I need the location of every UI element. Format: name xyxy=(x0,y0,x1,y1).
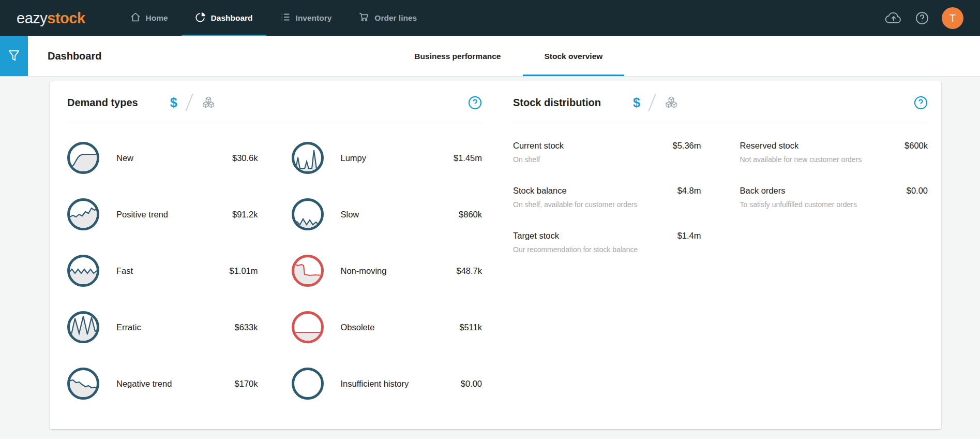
demand-label: Erratic xyxy=(116,323,141,332)
stat-label: Current stock xyxy=(513,141,564,151)
stat-value: $5.36m xyxy=(672,141,701,151)
demand-label: Positive trend xyxy=(116,210,168,220)
nav-item-label: Order lines xyxy=(374,13,417,23)
quantity-cubes-icon[interactable] xyxy=(201,96,216,109)
stock-distribution-title: Stock distribution xyxy=(513,97,601,109)
stat-value: $1.4m xyxy=(677,231,701,241)
demand-row-lumpy: Lumpy $1.45m xyxy=(292,142,483,174)
brand-logo-light: eazy xyxy=(17,10,47,27)
pie-chart-icon xyxy=(195,11,206,25)
nav-item-order-lines[interactable]: Order lines xyxy=(345,0,430,36)
demand-row-positive-trend: Positive trend $91.2k xyxy=(67,198,258,230)
list-icon xyxy=(280,11,291,25)
nav-item-label: Inventory xyxy=(296,13,332,23)
stat-label: Back orders xyxy=(740,186,786,196)
slow-demand-icon xyxy=(292,198,324,230)
demand-value: $633k xyxy=(235,323,258,332)
non-moving-demand-icon xyxy=(292,255,324,287)
demand-types-header: Demand types $ xyxy=(67,81,482,124)
unit-toggle: $ xyxy=(170,93,216,112)
stat-label: Stock balance xyxy=(513,186,567,196)
dollar-unit-icon[interactable]: $ xyxy=(633,95,640,110)
avatar[interactable]: T xyxy=(942,7,963,29)
top-navigation: eazystock Home Dashboard Inventory Order… xyxy=(0,0,980,36)
help-icon-demand-types[interactable] xyxy=(468,96,482,110)
demand-label: Lumpy xyxy=(341,153,367,163)
demand-label: Non-moving xyxy=(341,266,387,276)
stock-stats-list: Current stock $5.36m On shelf Reserved s… xyxy=(513,141,928,254)
stat-target-stock: Target stock $1.4m Our recommendation fo… xyxy=(513,231,701,254)
demand-row-new: New $30.6k xyxy=(67,142,258,174)
stat-stock-balance: Stock balance $4.8m On shelf, available … xyxy=(513,186,701,209)
demand-value: $30.6k xyxy=(232,153,258,163)
demand-label: Obsolete xyxy=(341,323,375,332)
brand-logo[interactable]: eazystock xyxy=(17,0,85,36)
demand-row-obsolete: Obsolete $511k xyxy=(292,311,483,343)
demand-row-fast: Fast $1.01m xyxy=(67,255,258,287)
nav-item-inventory[interactable]: Inventory xyxy=(266,0,345,36)
demand-value: $1.01m xyxy=(229,266,258,276)
home-icon xyxy=(130,11,141,25)
page-header: Dashboard Business performance Stock ove… xyxy=(0,36,980,77)
toggle-slash-divider xyxy=(185,94,193,111)
cloud-upload-icon[interactable] xyxy=(885,11,902,25)
demand-label: New xyxy=(116,153,133,163)
stock-distribution-header: Stock distribution $ xyxy=(513,81,928,124)
demand-value: $511k xyxy=(459,323,482,332)
help-icon-stock-distribution[interactable] xyxy=(914,96,928,110)
demand-row-erratic: Erratic $633k xyxy=(67,311,258,343)
stat-description: Our recommendation for stock balance xyxy=(513,245,701,254)
quantity-cubes-icon[interactable] xyxy=(664,96,679,109)
toggle-slash-divider xyxy=(648,94,656,111)
lumpy-demand-icon xyxy=(292,142,324,174)
stat-value: $4.8m xyxy=(677,186,701,196)
demand-types-list: New $30.6k Lumpy $1.45m Positive trend $… xyxy=(67,142,482,400)
stock-distribution-section: Stock distribution $ Current xyxy=(513,81,928,429)
nav-item-home[interactable]: Home xyxy=(116,0,182,36)
tab-stock-overview[interactable]: Stock overview xyxy=(522,36,624,76)
dashboard-card: Demand types $ xyxy=(50,81,941,429)
dollar-unit-icon[interactable]: $ xyxy=(170,95,177,110)
fast-demand-icon xyxy=(67,255,99,287)
demand-value: $48.7k xyxy=(456,266,482,276)
demand-label: Slow xyxy=(341,210,359,220)
topnav-right: T xyxy=(885,0,980,36)
nav-item-label: Home xyxy=(146,13,168,23)
unit-toggle: $ xyxy=(633,93,679,112)
demand-label: Negative trend xyxy=(116,379,172,389)
erratic-demand-icon xyxy=(67,311,99,343)
nav-item-dashboard[interactable]: Dashboard xyxy=(182,0,266,36)
stat-description: Not available for new customer orders xyxy=(740,155,928,164)
brand-logo-bold: stock xyxy=(47,10,85,27)
funnel-icon xyxy=(7,49,21,64)
stat-reserved-stock: Reserved stock $600k Not available for n… xyxy=(740,141,928,164)
nav-item-label: Dashboard xyxy=(211,13,253,23)
negative-trend-demand-icon xyxy=(67,368,99,400)
help-icon-topnav[interactable] xyxy=(915,11,929,25)
stat-label: Target stock xyxy=(513,231,559,241)
demand-value: $91.2k xyxy=(232,210,258,220)
demand-label: Insufficient history xyxy=(341,379,409,389)
stat-back-orders: Back orders $0.00 To satisfy unfulfilled… xyxy=(740,186,928,209)
page-title: Dashboard xyxy=(48,36,101,76)
tab-business-performance[interactable]: Business performance xyxy=(393,36,522,76)
demand-types-section: Demand types $ xyxy=(67,81,482,429)
demand-value: $1.45m xyxy=(454,153,482,163)
stat-label: Reserved stock xyxy=(740,141,799,151)
cart-icon xyxy=(358,11,370,25)
filter-button[interactable] xyxy=(0,36,28,76)
demand-row-negative-trend: Negative trend $170k xyxy=(67,368,258,400)
stat-description: To satisfy unfulfilled customer orders xyxy=(740,200,928,209)
demand-row-insufficient-history: Insufficient history $0.00 xyxy=(292,368,483,400)
demand-row-non-moving: Non-moving $48.7k xyxy=(292,255,483,287)
demand-value: $0.00 xyxy=(461,379,482,389)
stat-description: On shelf, available for customer orders xyxy=(513,200,701,209)
insufficient-history-demand-icon xyxy=(292,368,324,400)
stat-value: $600k xyxy=(904,141,928,151)
stat-current-stock: Current stock $5.36m On shelf xyxy=(513,141,701,164)
tabs: Business performance Stock overview xyxy=(393,36,624,76)
demand-row-slow: Slow $860k xyxy=(292,198,483,230)
obsolete-demand-icon xyxy=(292,311,324,343)
demand-label: Fast xyxy=(116,266,133,276)
new-demand-icon xyxy=(67,142,99,174)
